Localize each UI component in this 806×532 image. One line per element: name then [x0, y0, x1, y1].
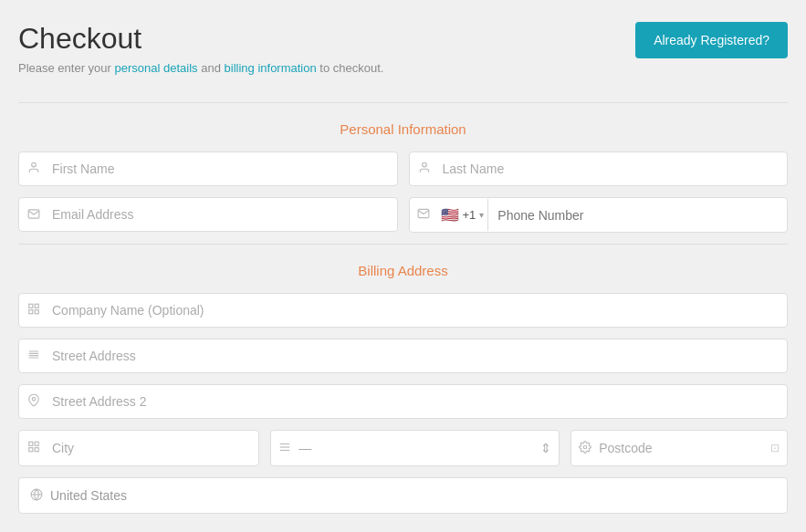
first-name-group	[18, 151, 398, 186]
street-group	[18, 339, 788, 373]
expand-icon: ⊡	[763, 442, 787, 454]
last-name-group	[409, 151, 789, 186]
billing-divider	[18, 244, 788, 245]
street-icon	[27, 349, 40, 364]
building-icon	[27, 303, 40, 318]
billing-address-title: Billing Address	[18, 263, 788, 278]
state-chevron-icon: ⇕	[540, 441, 551, 455]
svg-point-1	[422, 162, 426, 167]
country-group: United States	[18, 477, 788, 514]
company-group	[18, 293, 788, 328]
pin-icon	[27, 394, 40, 410]
svg-rect-5	[29, 310, 33, 314]
email-input[interactable]	[18, 197, 398, 232]
phone-country-selector[interactable]: 🇺🇸 +1 ▾	[437, 199, 489, 231]
svg-rect-4	[35, 310, 38, 314]
billing-info-link[interactable]: billing information	[225, 61, 317, 75]
city-input[interactable]	[18, 430, 259, 466]
already-registered-button[interactable]: Already Registered?	[635, 22, 788, 58]
email-group	[18, 197, 398, 233]
svg-rect-14	[29, 448, 33, 452]
us-flag-icon: 🇺🇸	[441, 206, 459, 224]
street-address-input[interactable]	[18, 339, 788, 373]
personal-details-link[interactable]: personal details	[115, 61, 198, 75]
first-name-input[interactable]	[18, 151, 398, 186]
street2-group	[18, 384, 788, 419]
svg-point-18	[583, 445, 587, 449]
contact-row: 🇺🇸 +1 ▾	[18, 197, 788, 233]
phone-icon	[410, 198, 437, 232]
postcode-input[interactable]	[599, 441, 763, 455]
phone-country-code: +1	[463, 208, 476, 222]
postcode-gear-icon	[571, 441, 599, 456]
city-state-postcode-row: — ⇕ ⊡	[18, 430, 788, 466]
name-row	[18, 151, 788, 186]
last-name-input[interactable]	[409, 151, 789, 186]
svg-point-10	[32, 398, 36, 402]
personal-information-title: Personal Information	[18, 121, 788, 137]
state-icon	[278, 441, 291, 456]
section-divider	[18, 102, 788, 103]
state-select[interactable]: —	[298, 441, 540, 455]
svg-rect-13	[35, 448, 38, 452]
phone-group: 🇺🇸 +1 ▾	[409, 197, 789, 233]
globe-icon	[30, 488, 43, 504]
person-icon	[27, 162, 40, 177]
email-icon	[27, 207, 40, 223]
person-icon-2	[418, 162, 431, 177]
svg-rect-12	[35, 442, 38, 445]
svg-rect-3	[35, 304, 38, 308]
country-value: United States	[50, 488, 127, 503]
city-group	[18, 430, 259, 466]
postcode-group: ⊡	[570, 430, 788, 466]
page-title: Checkout	[18, 22, 383, 56]
city-icon	[27, 441, 40, 456]
company-name-input[interactable]	[18, 293, 788, 328]
svg-rect-11	[29, 442, 33, 445]
page-subtitle: Please enter your personal details and b…	[18, 61, 383, 75]
state-group: — ⇕	[270, 430, 560, 466]
chevron-down-icon: ▾	[479, 210, 484, 220]
street-address2-input[interactable]	[18, 384, 788, 419]
svg-rect-2	[29, 304, 33, 308]
svg-point-0	[32, 162, 37, 167]
phone-input[interactable]	[488, 199, 787, 232]
